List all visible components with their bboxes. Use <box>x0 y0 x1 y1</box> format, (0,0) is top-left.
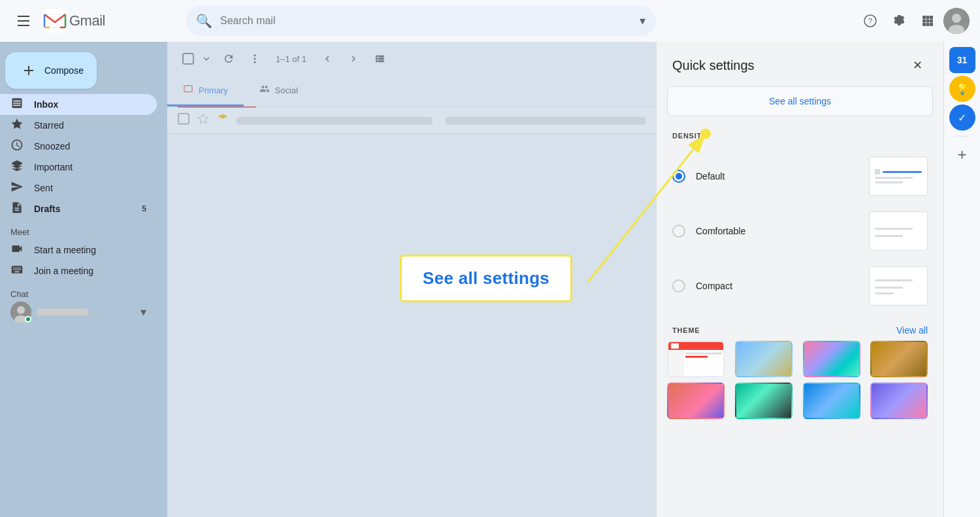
theme-grid <box>657 341 943 419</box>
svg-rect-10 <box>923 20 926 23</box>
content-overlay <box>167 42 656 517</box>
sidebar: Compose Inbox Starred Snoozed <box>0 42 167 517</box>
svg-marker-19 <box>12 160 23 165</box>
meet-section-title: Meet <box>0 219 167 240</box>
theme-view-all-button[interactable]: View all <box>896 325 928 336</box>
svg-rect-7 <box>923 16 926 19</box>
sidebar-item-label-sent: Sent <box>34 183 146 193</box>
sidebar-item-drafts[interactable]: Drafts 5 <box>0 198 157 219</box>
svg-rect-14 <box>926 23 930 26</box>
drafts-badge: 5 <box>142 204 146 213</box>
theme-section-title: THEME <box>672 326 700 334</box>
quick-settings-panel: Quick settings ✕ See all settings DENSIT… <box>656 42 943 517</box>
chat-avatar <box>10 302 31 322</box>
tasks-button[interactable]: ✓ <box>949 104 975 131</box>
svg-rect-15 <box>930 23 933 26</box>
density-compact-radio[interactable] <box>672 279 685 292</box>
sidebar-item-inbox[interactable]: Inbox <box>0 94 157 115</box>
header-left: Gmail <box>10 8 180 34</box>
sidebar-item-sent[interactable]: Sent <box>0 178 157 198</box>
density-default-preview <box>869 157 928 196</box>
theme-item-colorful[interactable] <box>803 341 860 377</box>
sidebar-item-important[interactable]: Important <box>0 157 157 178</box>
gmail-m-icon <box>43 9 67 33</box>
sidebar-item-join-meeting[interactable]: Join a meeting <box>0 260 157 281</box>
online-indicator <box>25 316 31 322</box>
drafts-icon <box>10 201 24 217</box>
sidebar-chat-user[interactable]: ▾ <box>0 302 157 322</box>
density-compact-row[interactable]: Compact <box>672 260 928 312</box>
theme-item-purple[interactable] <box>870 383 928 419</box>
chat-section-title: Chat <box>0 281 167 302</box>
compose-label: Compose <box>44 65 84 76</box>
quick-settings-header: Quick settings ✕ <box>657 42 943 86</box>
theme-item-default[interactable] <box>667 341 725 377</box>
search-input[interactable] <box>220 15 632 27</box>
theme-header: THEME View all <box>657 317 943 341</box>
density-comfortable-label: Comfortable <box>696 226 858 236</box>
svg-rect-9 <box>930 16 933 19</box>
gmail-label: Gmail <box>69 12 105 29</box>
see-all-settings-link[interactable]: See all settings <box>769 96 831 106</box>
starred-icon <box>10 118 24 134</box>
hamburger-menu-button[interactable] <box>10 8 37 34</box>
sidebar-item-label-snoozed: Snoozed <box>34 141 146 151</box>
sidebar-item-label-inbox: Inbox <box>34 99 146 110</box>
quick-settings-title: Quick settings <box>672 58 755 73</box>
theme-item-ocean[interactable] <box>803 383 860 419</box>
apps-button[interactable] <box>915 8 941 34</box>
see-all-settings-container: See all settings <box>667 86 933 116</box>
theme-item-forest[interactable] <box>735 383 792 419</box>
density-default-row[interactable]: Default <box>672 150 928 202</box>
svg-rect-8 <box>926 16 930 19</box>
sidebar-item-starred[interactable]: Starred <box>0 115 157 136</box>
sidebar-item-start-meeting[interactable]: Start a meeting <box>0 240 157 260</box>
chat-username-blurred <box>37 309 89 315</box>
density-default-radio[interactable] <box>672 170 685 183</box>
keyboard-icon <box>10 263 24 279</box>
density-compact-preview <box>869 266 928 306</box>
video-icon <box>10 242 24 258</box>
settings-button[interactable] <box>886 8 912 34</box>
density-default-label: Default <box>696 171 858 181</box>
theme-item-beach[interactable] <box>735 341 792 377</box>
svg-rect-12 <box>930 20 933 23</box>
theme-item-desert[interactable] <box>870 341 928 377</box>
calendar-button[interactable]: 31 <box>949 47 975 73</box>
svg-text:?: ? <box>868 17 872 25</box>
rs-add-button[interactable]: + <box>949 142 975 168</box>
sidebar-item-snoozed[interactable]: Snoozed <box>0 136 157 157</box>
density-options: Default Comfortable <box>657 145 943 317</box>
header-right: ? <box>857 8 970 34</box>
sidebar-item-label-starred: Starred <box>34 120 146 131</box>
keep-button[interactable]: 💡 <box>949 76 975 102</box>
search-icon: 🔍 <box>196 13 212 29</box>
help-button[interactable]: ? <box>857 8 883 34</box>
theme-item-sunset[interactable] <box>667 383 725 419</box>
avatar[interactable] <box>943 8 970 34</box>
main-layout: Compose Inbox Starred Snoozed <box>0 42 980 517</box>
density-comfortable-row[interactable]: Comfortable <box>672 205 928 257</box>
quick-settings-close-button[interactable]: ✕ <box>907 55 928 76</box>
svg-rect-13 <box>923 23 926 26</box>
density-section-title: DENSITY <box>657 127 943 145</box>
compose-button[interactable]: Compose <box>5 52 97 89</box>
search-dropdown-icon[interactable]: ▾ <box>640 14 645 28</box>
density-comfortable-radio[interactable] <box>672 225 685 238</box>
chat-add-icon[interactable]: ▾ <box>140 305 146 319</box>
sidebar-item-label-join-meeting: Join a meeting <box>34 266 146 276</box>
compose-plus-icon <box>21 63 37 78</box>
svg-point-17 <box>952 14 961 23</box>
quick-settings-body: Quick settings ✕ See all settings DENSIT… <box>657 42 943 517</box>
snoozed-icon <box>10 138 24 155</box>
gmail-logo: Gmail <box>43 9 105 33</box>
sidebar-item-label-important: Important <box>34 162 146 172</box>
density-default-radio-inner <box>676 173 682 180</box>
sent-icon <box>10 180 24 196</box>
rs-divider <box>955 136 970 136</box>
sidebar-item-label-drafts: Drafts <box>34 204 131 214</box>
content-area: 1–1 of 1 Primary Soc <box>167 42 656 517</box>
density-compact-label: Compact <box>696 281 858 291</box>
svg-point-21 <box>17 306 25 314</box>
inbox-icon <box>10 97 24 113</box>
